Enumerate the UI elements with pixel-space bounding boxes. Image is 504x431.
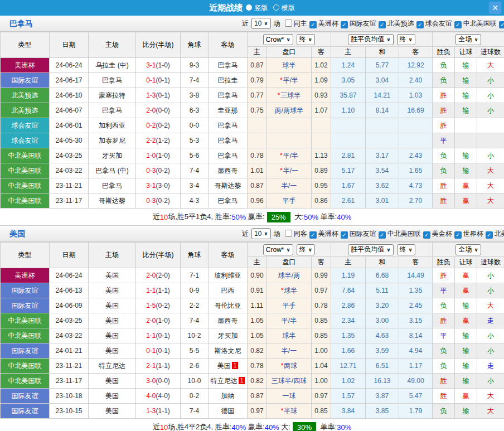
check-icon: ✓ bbox=[309, 231, 317, 239]
handicap-cell: 平手 bbox=[267, 298, 312, 313]
fulltime-score: 2-1 bbox=[146, 362, 156, 370]
league-filter-checkbox[interactable]: ✓球会友谊 bbox=[416, 20, 452, 27]
scope-select[interactable]: 全场∨ bbox=[455, 34, 481, 45]
away-odds-cell: 0.85 bbox=[312, 328, 331, 343]
halftime-score: (1-0) bbox=[156, 61, 170, 69]
select-value: 终 bbox=[400, 35, 406, 44]
odds-final-select[interactable]: 终∨ bbox=[297, 244, 315, 255]
avg-away-cell: 3.15 bbox=[399, 313, 433, 328]
away-team-cell: 墨西哥 bbox=[209, 313, 248, 328]
sub-header: 盘口 bbox=[267, 257, 312, 268]
match-row: 中北美国联24-03-22美国1-1(0-1)10-2牙买加1.05球半0.85… bbox=[1, 328, 504, 343]
layout-radio-horizontal[interactable]: 横版 bbox=[270, 4, 295, 12]
result-cell: 平 bbox=[433, 133, 455, 148]
home-team-cell: 美国 bbox=[89, 404, 136, 419]
goals-result-cell: 小 bbox=[477, 283, 504, 298]
fulltime-score: 2-0 bbox=[146, 106, 156, 114]
away-team-cell: 墨西哥 bbox=[209, 163, 248, 178]
date-cell: 23-10-18 bbox=[50, 389, 89, 404]
layout-radio-vertical[interactable]: 竖版 bbox=[243, 4, 268, 12]
match-count-select[interactable]: 10∨ bbox=[251, 18, 271, 29]
league-filter-group: ✓美洲杯✓国际友谊✓中北美国联✓美金杯✓世界杯✓北美预选 bbox=[309, 229, 504, 239]
sub-header: 胜负 bbox=[433, 47, 455, 58]
chevron-down-icon: ∨ bbox=[287, 247, 290, 253]
avg-home-cell: 7.64 bbox=[331, 283, 366, 298]
league-filter-checkbox[interactable]: ✓美洲杯 bbox=[309, 20, 338, 27]
away-team-cell: 巴拿马 bbox=[209, 193, 248, 209]
away-odds-cell: 0.85 bbox=[312, 313, 331, 328]
avg-draw-cell: 8.14 bbox=[366, 103, 399, 118]
result-cell: 平 bbox=[433, 283, 455, 298]
odds-source-select[interactable]: Crow*∨ bbox=[263, 34, 293, 45]
corner-cell: 6-3 bbox=[181, 103, 209, 118]
fulltime-score: 0-3 bbox=[146, 167, 156, 175]
check-icon: ✓ bbox=[341, 21, 348, 28]
handicap-value: 平/半 bbox=[283, 152, 298, 159]
away-team-name: 巴拿马 bbox=[218, 91, 238, 99]
odds-final-select[interactable]: 终∨ bbox=[297, 34, 315, 45]
avg-final-select[interactable]: 终∨ bbox=[397, 34, 415, 45]
home-odds-cell: 0.78 bbox=[248, 359, 267, 374]
same-venue-checkbox[interactable]: 同主 bbox=[285, 19, 307, 28]
away-team-name: 牙买加 bbox=[218, 332, 238, 340]
handicap-result-cell: 赢 bbox=[455, 283, 477, 298]
league-filter-checkbox[interactable]: ✓世界杯 bbox=[454, 230, 483, 238]
league-filter-checkbox[interactable]: ✓美金杯 bbox=[499, 20, 504, 27]
select-value: 10 bbox=[254, 20, 261, 27]
match-row: 北美预选24-06-10蒙塞拉特1-3(0-1)3-8巴拿马0.77*三球半0.… bbox=[1, 88, 504, 103]
corner-cell: 10-2 bbox=[181, 328, 209, 343]
match-count-select[interactable]: 10∨ bbox=[251, 228, 271, 239]
league-type-cell: 国际友谊 bbox=[1, 298, 50, 313]
near-label: 近 bbox=[242, 229, 249, 239]
away-odds-cell: 0.89 bbox=[312, 163, 331, 178]
handicap-result-cell: 输 bbox=[455, 73, 477, 88]
away-odds-cell: 1.13 bbox=[312, 148, 331, 163]
league-filter-checkbox[interactable]: ✓美金杯 bbox=[423, 230, 452, 238]
date-cell: 23-11-17 bbox=[50, 374, 89, 389]
league-filter-checkbox[interactable]: ✓中北美国联 bbox=[454, 20, 497, 27]
league-filter-label: 美洲杯 bbox=[318, 20, 338, 27]
away-team-name: 哥伦比亚 bbox=[215, 302, 241, 309]
league-filter-checkbox[interactable]: ✓国际友谊 bbox=[341, 230, 376, 238]
handicap-cell: 三球半/四球 bbox=[267, 374, 312, 389]
home-odds-cell: 0.87 bbox=[248, 58, 267, 73]
avg-final-select[interactable]: 终∨ bbox=[397, 244, 415, 255]
match-row: 美洲杯24-06-24乌拉圭 (中)3-1(1-0)9-3巴拿马0.87球半1.… bbox=[1, 58, 504, 73]
handicap-value: 平/半 bbox=[282, 317, 297, 325]
avg-metric-select[interactable]: 胜平负均值∨ bbox=[348, 34, 393, 45]
avg-home-cell: 1.02 bbox=[331, 374, 366, 389]
score-cell: 2-1(1-1) bbox=[136, 359, 181, 374]
scope-select[interactable]: 全场∨ bbox=[455, 244, 481, 255]
league-filter-label: 美金杯 bbox=[432, 230, 452, 238]
league-filter-checkbox[interactable]: ✓国际友谊 bbox=[341, 20, 376, 27]
away-odds-cell: 0.85 bbox=[312, 404, 331, 419]
close-button[interactable]: ✕ bbox=[489, 2, 501, 14]
league-filter-checkbox[interactable]: ✓北美预选 bbox=[379, 20, 414, 27]
away-team-cell: 斯洛文尼 bbox=[209, 343, 248, 359]
scope-controls: 全场∨ bbox=[433, 243, 504, 257]
odds-source-select[interactable]: Crow*∨ bbox=[263, 244, 293, 255]
avg-home-cell: 2.86 bbox=[331, 298, 366, 313]
match-row: 美洲杯24-06-24美国2-0(2-0)7-1玻利维亚0.90球半/两0.99… bbox=[1, 268, 504, 283]
handicap-result-cell: 输 bbox=[455, 343, 477, 359]
league-filter-checkbox[interactable]: ✓美洲杯 bbox=[309, 230, 338, 238]
away-odds-cell bbox=[312, 118, 331, 133]
chevron-down-icon: ∨ bbox=[409, 37, 413, 42]
halftime-score: (1-1) bbox=[156, 362, 170, 370]
league-filter-checkbox[interactable]: ✓北美预选 bbox=[486, 230, 504, 238]
date-cell: 24-01-21 bbox=[50, 343, 89, 359]
away-odds-cell: 0.97 bbox=[312, 283, 331, 298]
avg-away-cell: 4.94 bbox=[399, 343, 433, 359]
avg-draw-cell: 3.62 bbox=[366, 178, 399, 193]
home-team-cell: 美国 bbox=[89, 374, 136, 389]
result-cell: 平 bbox=[433, 328, 455, 343]
avg-metric-select[interactable]: 胜平负均值∨ bbox=[348, 244, 393, 255]
league-filter-checkbox[interactable]: ✓中北美国联 bbox=[379, 230, 421, 238]
corner-cell: 3-8 bbox=[181, 88, 209, 103]
radio-horizontal-label: 横版 bbox=[282, 4, 295, 12]
same-venue-checkbox[interactable]: 同客 bbox=[285, 229, 307, 239]
away-odds-cell: 1.00 bbox=[312, 343, 331, 359]
league-type-cell: 美洲杯 bbox=[1, 268, 50, 283]
handicap-cell: 平/半 bbox=[267, 313, 312, 328]
fulltime-score: 1-3 bbox=[146, 91, 156, 99]
